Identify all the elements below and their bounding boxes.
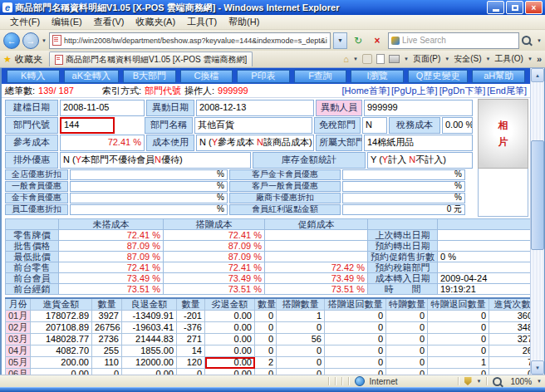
nav-home-link[interactable]: [Home首筆] — [342, 85, 390, 97]
search-magnifier-icon[interactable] — [522, 36, 531, 45]
tax-free-field[interactable]: N — [362, 117, 387, 134]
month-row: 05月200.0011012000.001200.00200017 — [6, 357, 531, 369]
forward-button[interactable]: → — [22, 32, 39, 49]
feeds-icon[interactable] — [362, 54, 372, 64]
value-cell: 0 — [386, 345, 428, 357]
action-button[interactable]: C換檔 — [180, 70, 233, 83]
safety-menu[interactable]: 安全(S) — [454, 53, 481, 65]
value-cell: 178072.89 — [31, 311, 92, 322]
discount-value-field[interactable]: % — [70, 193, 228, 203]
tax-cost-field[interactable]: 0.00 % — [442, 117, 473, 134]
action-button[interactable]: F查詢 — [294, 70, 347, 83]
zoom-magnifier-icon[interactable] — [493, 377, 502, 386]
value-cell: 0.00 — [205, 369, 255, 375]
protected-mode-icon[interactable] — [464, 377, 472, 385]
close-button[interactable]: × — [525, 1, 543, 14]
minimize-button[interactable] — [487, 1, 504, 14]
zoom-level[interactable]: 100% — [510, 377, 532, 386]
taskbar-edge[interactable] — [0, 387, 545, 392]
cost-side-value: 0 % — [438, 252, 531, 262]
search-input[interactable]: Live Search — [388, 32, 519, 49]
scroll-down-icon[interactable]: ▼ — [531, 360, 544, 375]
menu-tools[interactable]: 工具(T) — [182, 15, 222, 29]
action-button-row: K轉入aK全轉入B大部門C換檔P印表F查詢I瀏覽Q歷史變更aH幫助 — [2, 68, 530, 84]
scroll-up-icon[interactable]: ▲ — [531, 68, 544, 82]
ie-logo-icon: e — [2, 2, 12, 12]
dept-code-field[interactable]: 144 — [60, 117, 115, 134]
excl-discount-label: 排外優惠 — [5, 152, 58, 169]
action-button[interactable]: B大部門 — [123, 70, 176, 83]
stop-button[interactable]: × — [369, 32, 385, 49]
print-icon[interactable] — [389, 55, 400, 63]
back-button[interactable]: ← — [3, 32, 20, 49]
modified-date-field[interactable]: 2008-12-13 — [196, 100, 314, 116]
action-button[interactable]: aK全轉入 — [64, 70, 119, 83]
browser-tab[interactable]: 商品部門名稱資料明細V1.05 [X-POS 雲端商務網] — [49, 51, 253, 66]
created-date-field[interactable]: 2008-11-05 — [60, 100, 145, 116]
ref-cost-field[interactable]: 72.41 % — [60, 135, 145, 151]
address-input[interactable]: http://win2008/tw/department/beshow.asp?… — [49, 32, 331, 49]
menu-help[interactable]: 帮助(H) — [223, 15, 264, 29]
favorites-button[interactable]: 收藏夹 — [15, 53, 42, 66]
action-button[interactable]: I瀏覽 — [351, 70, 404, 83]
value-cell: 26756 — [92, 322, 122, 334]
discount-value-field[interactable]: 0 元 — [342, 204, 465, 215]
menu-favorites[interactable]: 收藏夹(A) — [130, 15, 180, 29]
value-cell: 1 — [277, 311, 325, 322]
action-button[interactable]: P印表 — [237, 70, 290, 83]
photo-placeholder[interactable]: 相 片 — [478, 99, 528, 169]
discount-value-field[interactable]: % — [70, 204, 228, 215]
nav-pgdn-link[interactable]: [PgDn下筆] — [439, 85, 486, 97]
discount-value-field[interactable]: % — [342, 193, 465, 203]
page-icon — [52, 35, 61, 46]
home-dropdown-icon[interactable]: ▼ — [353, 56, 358, 61]
menu-file[interactable]: 文件(F) — [5, 15, 45, 29]
history-dropdown-icon[interactable]: ▼ — [42, 38, 47, 43]
protected-mode-dropdown-icon[interactable]: ▼ — [477, 379, 482, 384]
excl-discount-field[interactable]: N (Y本部門不優待會員N優待) — [60, 152, 251, 169]
page-menu[interactable]: 页面(P) — [413, 53, 440, 65]
operator-label: 操作人: — [184, 85, 214, 97]
discount-label: 一般會員優惠 — [5, 181, 68, 192]
modified-by-field[interactable]: 999999 — [364, 100, 473, 116]
big-dept-field[interactable]: 14棉紙用品 — [364, 135, 473, 151]
nav-end-link[interactable]: [End尾筆] — [487, 85, 527, 97]
read-mail-icon[interactable] — [376, 54, 385, 64]
scrollbar-track[interactable] — [531, 82, 544, 360]
cost-use-field[interactable]: N (Y參考成本 N該商品成本) — [196, 135, 314, 151]
photo-blank-area — [478, 169, 528, 217]
value-cell: 200.00 — [31, 357, 92, 369]
value-cell: 21444.83 — [122, 334, 177, 345]
dept-name-field[interactable]: 其他百貨 — [194, 117, 312, 134]
scrollbar-thumb[interactable] — [531, 140, 544, 250]
discount-value-field[interactable]: % — [70, 181, 228, 192]
action-button[interactable]: aH幫助 — [472, 70, 525, 83]
zoom-dropdown-icon[interactable]: ▼ — [537, 379, 542, 384]
tax-free-label: 免稅部門 — [314, 117, 361, 134]
address-dropdown-button[interactable]: ▼ — [333, 32, 347, 49]
month-column-header: 進貨次數 — [489, 298, 531, 311]
discount-value-field[interactable]: % — [342, 181, 465, 192]
more-commands-icon[interactable]: » — [537, 54, 542, 64]
favorites-star-icon[interactable]: ★ — [3, 54, 12, 65]
restore-button[interactable] — [506, 1, 523, 14]
search-options-icon[interactable]: ▼ — [537, 38, 542, 43]
title-bar: e 商品部門名稱資料明細V1.05 [X-POS 雲端商務網] - Window… — [0, 0, 545, 15]
action-button[interactable]: Q歷史變更 — [408, 70, 469, 83]
month-column-header: 數量 — [255, 298, 277, 311]
action-button[interactable]: K轉入 — [7, 70, 60, 83]
refresh-button[interactable]: ↻ — [350, 32, 366, 49]
nav-pgup-link[interactable]: [PgUp上筆] — [391, 85, 438, 97]
discount-value-field[interactable]: % — [342, 169, 465, 180]
vertical-scrollbar[interactable]: ▲ ▼ — [530, 68, 544, 375]
discount-value-field[interactable]: % — [70, 169, 228, 180]
window-title: 商品部門名稱資料明細V1.05 [X-POS 雲端商務網] - Windows … — [15, 2, 487, 14]
menu-view[interactable]: 查看(V) — [89, 15, 130, 29]
print-dropdown-icon[interactable]: ▼ — [404, 56, 409, 61]
menu-edit[interactable]: 编辑(E) — [47, 15, 87, 29]
month-cell: 06月 — [6, 369, 31, 375]
value-cell: 14 — [177, 345, 205, 357]
tools-menu[interactable]: 工具(O) — [494, 53, 523, 65]
stock-total-field[interactable]: Y (Y計入 N不計入) — [367, 152, 473, 169]
home-icon[interactable]: ⌂ — [343, 54, 349, 64]
